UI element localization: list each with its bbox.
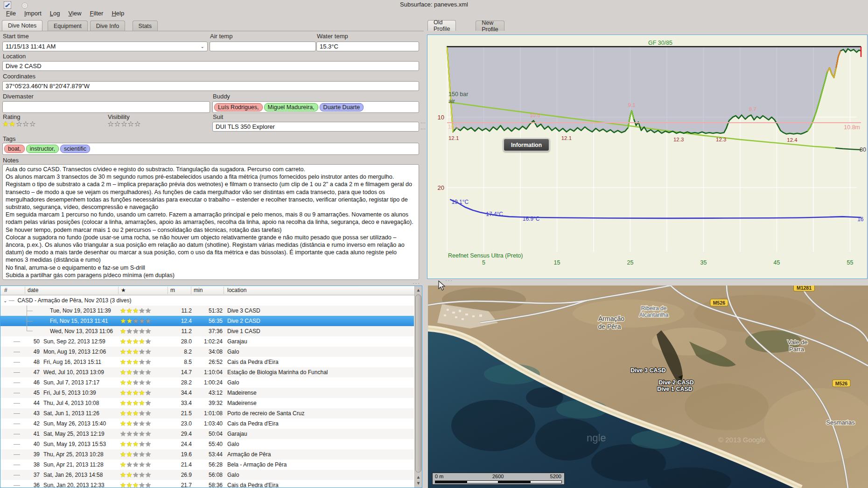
- scroll-up2-icon[interactable]: ▲: [415, 474, 422, 480]
- star-5: ★: [145, 368, 151, 376]
- scrollbar-thumb[interactable]: [415, 294, 421, 473]
- star-1: ★: [120, 440, 126, 448]
- map[interactable]: M526M526M1281 Armaçãode PêraRibeira deAl…: [428, 286, 868, 488]
- dive-row-41[interactable]: 41Sat, May 25, 2013 12:19★★★★★29.450:04G…: [0, 429, 414, 439]
- depth-annotation: 9.1: [628, 102, 636, 108]
- dive-number: 36: [34, 482, 40, 488]
- tag-pill-boat-[interactable]: boat,: [4, 145, 25, 153]
- dive-rating: ★★★★★: [120, 369, 160, 376]
- scale-mid: 2600: [492, 474, 504, 479]
- scroll-up-icon[interactable]: ▲: [415, 287, 422, 293]
- dive-row-45[interactable]: 45Fri, Jul 5, 2013 10:39★★★★★34.443:12Ma…: [0, 388, 414, 398]
- trip-group-row[interactable]: ⌄CASD - Armação de Pêra, Nov 2013 (3 div…: [0, 295, 414, 306]
- panel-splitter-handle[interactable]: ⋮⋮: [422, 120, 424, 132]
- air-temp-field[interactable]: [210, 42, 316, 51]
- star-3: ☆: [121, 120, 127, 128]
- buddy-pill-miguel-madureira-[interactable]: Miguel Madureira,: [264, 103, 318, 112]
- visibility-stars[interactable]: ☆☆☆☆☆: [107, 120, 141, 128]
- star-1: ★: [120, 460, 126, 468]
- dive-row-dive-2-casd[interactable]: Fri, Nov 15, 2013 11:41★★★★★12.456:35Div…: [0, 316, 414, 326]
- column-header-min[interactable]: min: [194, 287, 203, 293]
- dive-depth: 28.2: [160, 379, 192, 386]
- dive-list-scrollbar[interactable]: ▲ ▲ ▼: [414, 286, 422, 488]
- star-2: ★: [126, 337, 132, 345]
- dive-row-dive-1-casd[interactable]: Wed, Nov 13, 2013 11:06★★★★★11.237:36Div…: [0, 326, 414, 336]
- column-header-m[interactable]: m: [170, 287, 175, 293]
- dive-rating: ★★★★★: [120, 317, 160, 325]
- divemaster-field[interactable]: [2, 101, 210, 113]
- dive-row-49[interactable]: 49Mon, Aug 19, 2013 12:06★★★★★8.234:08Ga…: [0, 347, 414, 357]
- tab-old-profile[interactable]: Old Profile: [427, 20, 456, 31]
- buddy-pill-duarte-duarte[interactable]: Duarte Duarte: [320, 103, 364, 112]
- tab-new-profile[interactable]: New Profile: [476, 21, 504, 31]
- menu-log[interactable]: Log: [46, 8, 64, 18]
- buddy-field[interactable]: Luís Rodrigues,Miguel Madureira,Duarte D…: [212, 101, 419, 113]
- star-1: ★: [120, 368, 126, 376]
- star-2: ★: [126, 368, 132, 376]
- road-badge-label: M1281: [797, 286, 812, 291]
- dive-date: Sun, Jan 20, 2013 12:33: [42, 482, 120, 488]
- tag-pill-scientific[interactable]: scientific: [60, 145, 90, 153]
- tab-stats[interactable]: Stats: [133, 21, 158, 31]
- dive-row-42[interactable]: 42Sun, May 26, 2013 15:40★★★★★23.01:03:4…: [0, 418, 414, 429]
- column-header-num[interactable]: #: [4, 287, 7, 293]
- column-header-date[interactable]: date: [28, 287, 38, 293]
- dive-row-43[interactable]: 43Sat, Jun 1, 2013 11:26★★★★★21.51:01:08…: [0, 408, 414, 418]
- star-4: ★: [139, 337, 145, 345]
- collapse-icon[interactable]: ⌄: [3, 298, 7, 303]
- dive-location: Porto de recreio de Santa Cruz: [223, 410, 304, 417]
- menu-file[interactable]: File: [2, 8, 20, 18]
- dive-duration: 1:02:24: [192, 338, 223, 345]
- dive-row-37[interactable]: 37Sat, Jan 26, 2013 14:58★★★★★26.956:08G…: [0, 470, 414, 480]
- water-temp-field[interactable]: 15.3°C: [316, 42, 419, 51]
- dive-location: Madeirense: [223, 390, 257, 396]
- profile-map-splitter[interactable]: ···: [424, 279, 868, 286]
- column-header-location[interactable]: location: [227, 287, 246, 293]
- suit-label: Suit: [213, 113, 223, 120]
- map-label-town: Armação: [598, 315, 624, 322]
- temp-annotation: 16.9°C: [523, 216, 540, 222]
- dive-row-40[interactable]: 40Sun, May 19, 2013 15:53★★★★★24.455:40G…: [0, 439, 414, 449]
- dive-row-44[interactable]: 44Thu, Jul 4, 2013 10:08★★★★★33.439:32Ma…: [0, 398, 414, 408]
- dive-row-48[interactable]: 48Fri, Aug 16, 2013 15:11★★★★★8.526:52Ca…: [0, 357, 414, 367]
- start-time-combo[interactable]: 11/15/13 11:41 AM ⌄: [2, 42, 208, 51]
- tab-dive-info[interactable]: Dive Info: [90, 21, 125, 31]
- location-field[interactable]: Dive 2 CASD: [2, 61, 419, 71]
- star-4: ☆: [22, 120, 29, 128]
- coordinates-field[interactable]: 37°05'23.460"N 8°20'47.879"W: [2, 81, 419, 91]
- column-header-stars[interactable]: ★: [121, 287, 126, 293]
- notes-divelist-splitter[interactable]: ···: [0, 280, 424, 286]
- rating-stars[interactable]: ★★☆☆☆: [2, 120, 36, 128]
- star-1: ★: [120, 430, 126, 438]
- suit-field[interactable]: DUI TLS 350 Explorer: [212, 122, 419, 132]
- dive-row-38[interactable]: 38Sun, Apr 21, 2013 11:28★★★★★21.456:28B…: [0, 460, 414, 470]
- star-4: ★: [139, 440, 145, 448]
- dive-list[interactable]: #date★mminlocation ⌄CASD - Armação de Pê…: [0, 286, 422, 488]
- notes-textarea[interactable]: Aula do curso CASD. Transectos c/video e…: [2, 164, 419, 280]
- menu-help[interactable]: Help: [107, 8, 128, 18]
- buddy-pill-luís-rodrigues-[interactable]: Luís Rodrigues,: [214, 103, 263, 112]
- dive-row-36[interactable]: 36Sun, Jan 20, 2013 12:33★★★★★21.758:36C…: [0, 480, 414, 488]
- scroll-down-icon[interactable]: ▼: [415, 481, 422, 486]
- tags-field[interactable]: boat,instructor,scientific: [2, 143, 419, 155]
- tab-dive-notes[interactable]: Dive Notes: [2, 20, 42, 31]
- menu-filter[interactable]: Filter: [85, 8, 107, 18]
- dive-row-dive-3-casd[interactable]: Tue, Nov 19, 2013 11:39★★★★★11.251:32Div…: [0, 306, 414, 316]
- dive-duration: 39:32: [192, 400, 223, 406]
- dive-date: Sun, May 19, 2013 15:53: [42, 441, 120, 447]
- menu-view[interactable]: View: [64, 8, 86, 18]
- star-1: ★: [120, 358, 126, 366]
- dive-date: Fri, Aug 16, 2013 15:11: [42, 359, 120, 365]
- dive-row-39[interactable]: 39Thu, Apr 25, 2013 10:28★★★★★19.653:44A…: [0, 449, 414, 460]
- dive-row-47[interactable]: 47Wed, Jul 10, 2013 13:09★★★★★14.71:10:0…: [0, 367, 414, 377]
- menu-import[interactable]: Import: [20, 8, 46, 18]
- tab-equipment[interactable]: Equipment: [48, 21, 88, 31]
- dive-row-50[interactable]: 50Sun, Sep 22, 2013 12:59★★★★★28.01:02:2…: [0, 336, 414, 347]
- dive-rating: ★★★★★: [120, 389, 160, 397]
- information-button[interactable]: Information: [503, 138, 550, 152]
- star-2: ★: [126, 440, 132, 448]
- dive-row-46[interactable]: 46Sun, Jul 7, 2013 17:17★★★★★28.21:00:24…: [0, 377, 414, 388]
- dive-location: Cais da Pedra d'Eira: [223, 420, 279, 427]
- tag-pill-instructor-[interactable]: instructor,: [26, 145, 59, 153]
- dive-rating: ★★★★★: [120, 410, 160, 417]
